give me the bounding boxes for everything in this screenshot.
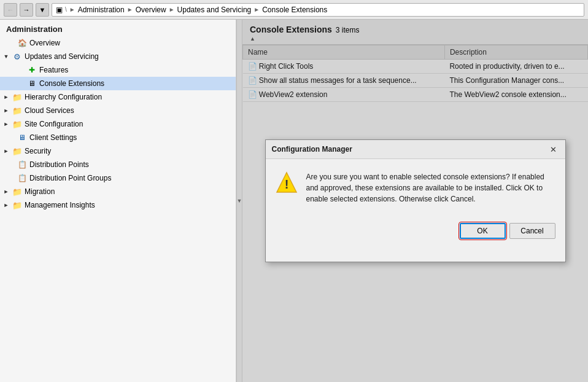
modal-close-button[interactable]: ✕ — [548, 144, 559, 155]
sidebar-label-insights: Management Insights — [25, 201, 95, 209]
sidebar-label-cloud: Cloud Services — [25, 106, 74, 115]
sidebar-item-distrib-groups[interactable]: Distribution Point Groups — [0, 171, 236, 185]
sidebar-label-security: Security — [25, 147, 51, 155]
sidebar-label-distrib-groups: Distribution Point Groups — [29, 174, 111, 182]
expand-arrow-updates: ▼ — [2, 53, 10, 60]
folder-icon-security — [12, 146, 22, 156]
warning-icon: ! — [276, 171, 298, 193]
modal-title-bar: Configuration Manager ✕ — [266, 140, 565, 159]
expand-arrow-features — [17, 66, 25, 74]
modal-ok-button[interactable]: OK — [460, 223, 506, 239]
sidebar-item-site[interactable]: ► Site Configuration — [0, 117, 236, 131]
sidebar-item-insights[interactable]: ► Management Insights — [0, 198, 236, 212]
folder-icon-hierarchy — [12, 92, 22, 102]
sidebar-label-site: Site Configuration — [25, 120, 83, 128]
folder-icon-migration — [12, 187, 22, 197]
sidebar-item-updates[interactable]: ▼ Updates and Servicing — [0, 50, 236, 63]
sidebar-label-features: Features — [39, 66, 68, 74]
sidebar-item-migration[interactable]: ► Migration — [0, 185, 236, 198]
sidebar-item-distrib-points[interactable]: Distribution Points — [0, 158, 236, 171]
address-updates: Updates and Servicing — [177, 6, 252, 14]
sidebar-label-overview: Overview — [29, 39, 60, 47]
sidebar-header: Administration — [0, 20, 236, 36]
client-icon — [17, 133, 27, 142]
modal-title: Configuration Manager — [272, 145, 352, 154]
title-bar: ← → ▼ ▣ \ ► Administration ► Overview ► … — [0, 0, 588, 20]
address-icon: ▣ — [56, 6, 63, 14]
forward-button[interactable]: → — [20, 3, 33, 17]
modal-dialog: Configuration Manager ✕ ! Are you sure y… — [265, 139, 566, 262]
address-sep2: ► — [69, 6, 75, 13]
gear-icon-updates — [12, 52, 22, 61]
sidebar-label-hierarchy: Hierarchy Configuration — [25, 93, 102, 101]
expand-arrow-overview — [7, 39, 15, 47]
address-sep5: ► — [253, 6, 260, 13]
modal-footer: OK Cancel — [266, 217, 565, 245]
sidebar-item-features[interactable]: Features — [0, 63, 236, 77]
sidebar-item-client[interactable]: Client Settings — [0, 131, 236, 144]
sidebar-item-hierarchy[interactable]: ► Hierarchy Configuration — [0, 90, 236, 104]
sidebar-label-migration: Migration — [25, 187, 55, 196]
folder-icon-insights — [12, 200, 22, 210]
expand-arrow-cloud: ► — [2, 107, 10, 114]
console-icon — [27, 79, 37, 88]
expand-arrow-console — [17, 80, 25, 87]
modal-overlay: Configuration Manager ✕ ! Are you sure y… — [242, 20, 588, 382]
modal-cancel-button[interactable]: Cancel — [509, 223, 555, 239]
expand-arrow-client — [7, 134, 15, 141]
sidebar: Administration Overview ▼ Updates and Se… — [0, 20, 236, 382]
expand-arrow-security: ► — [2, 147, 10, 155]
dropdown-button[interactable]: ▼ — [36, 3, 49, 17]
feature-icon — [27, 65, 37, 75]
address-sep3: ► — [127, 6, 133, 13]
folder-icon-cloud — [12, 106, 22, 115]
main-layout: Administration Overview ▼ Updates and Se… — [0, 20, 588, 382]
sidebar-item-security[interactable]: ► Security — [0, 144, 236, 158]
expand-arrow-distrib — [7, 161, 15, 168]
expand-arrow-hierarchy: ► — [2, 93, 10, 101]
sidebar-item-cloud[interactable]: ► Cloud Services — [0, 104, 236, 117]
distrib-groups-icon — [17, 173, 27, 183]
address-sep1: \ — [65, 6, 67, 13]
folder-icon-site — [12, 119, 22, 129]
address-sep4: ► — [169, 6, 175, 13]
content-area: Console Extensions 3 items ▲ Name Descri… — [242, 20, 588, 382]
distrib-icon — [17, 160, 27, 170]
modal-body: ! Are you sure you want to enable select… — [266, 159, 565, 217]
sidebar-item-console-extensions[interactable]: Console Extensions — [0, 77, 236, 90]
sidebar-label-distrib: Distribution Points — [29, 160, 89, 169]
expand-arrow-insights: ► — [2, 201, 10, 209]
address-console: Console Extensions — [262, 6, 327, 14]
expand-arrow-migration: ► — [2, 188, 10, 195]
sidebar-label-updates: Updates and Servicing — [25, 52, 99, 61]
svg-text:!: ! — [284, 177, 288, 191]
back-button[interactable]: ← — [4, 3, 17, 17]
sidebar-label-console: Console Extensions — [39, 79, 104, 88]
overview-icon — [17, 38, 27, 48]
address-overview: Overview — [136, 6, 166, 14]
sidebar-resize-handle[interactable]: ▼ — [236, 20, 242, 382]
modal-message: Are you sure you want to enable selected… — [306, 171, 555, 205]
expand-arrow-site: ► — [2, 120, 10, 128]
address-admin: Administration — [78, 6, 125, 14]
address-bar: ▣ \ ► Administration ► Overview ► Update… — [52, 3, 584, 17]
expand-arrow-distrib-groups — [7, 174, 15, 182]
sidebar-item-overview[interactable]: Overview — [0, 36, 236, 50]
sidebar-label-client: Client Settings — [29, 133, 77, 142]
